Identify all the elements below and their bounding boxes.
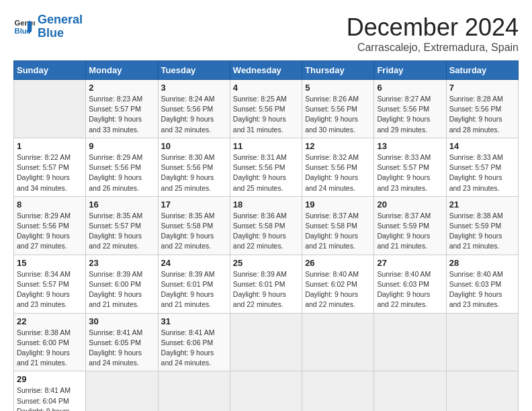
table-row: 9Sunrise: 8:29 AMSunset: 5:56 PMDaylight… xyxy=(86,138,158,196)
table-row: 3Sunrise: 8:24 AMSunset: 5:56 PMDaylight… xyxy=(158,80,230,138)
table-row: 8Sunrise: 8:29 AMSunset: 5:56 PMDaylight… xyxy=(14,196,86,255)
table-row: 5Sunrise: 8:26 AMSunset: 5:56 PMDaylight… xyxy=(302,80,374,138)
day-info: Sunrise: 8:39 AMSunset: 6:00 PMDaylight:… xyxy=(89,269,154,310)
day-number: 3 xyxy=(161,83,227,93)
day-info: Sunrise: 8:41 AMSunset: 6:04 PMDaylight:… xyxy=(17,385,83,411)
table-row: 22Sunrise: 8:38 AMSunset: 6:00 PMDayligh… xyxy=(14,313,86,371)
table-row: 10Sunrise: 8:30 AMSunset: 5:56 PMDayligh… xyxy=(158,138,230,196)
day-info: Sunrise: 8:35 AMSunset: 5:58 PMDaylight:… xyxy=(161,211,227,252)
day-number: 8 xyxy=(17,199,83,210)
table-row xyxy=(158,371,230,411)
table-row: 31Sunrise: 8:41 AMSunset: 6:06 PMDayligh… xyxy=(158,313,230,371)
day-info: Sunrise: 8:40 AMSunset: 6:03 PMDaylight:… xyxy=(377,269,443,310)
day-number: 22 xyxy=(17,316,83,326)
day-info: Sunrise: 8:41 AMSunset: 6:05 PMDaylight:… xyxy=(89,328,154,369)
day-number: 24 xyxy=(161,258,227,268)
logo-text: GeneralBlue xyxy=(38,13,83,40)
location-subtitle: Carrascalejo, Extremadura, Spain xyxy=(347,42,519,54)
header-friday: Friday xyxy=(374,61,446,80)
table-row: 26Sunrise: 8:40 AMSunset: 6:02 PMDayligh… xyxy=(302,255,374,313)
header-thursday: Thursday xyxy=(302,61,374,80)
day-info: Sunrise: 8:28 AMSunset: 5:56 PMDaylight:… xyxy=(449,94,515,135)
day-info: Sunrise: 8:26 AMSunset: 5:56 PMDaylight:… xyxy=(305,94,371,135)
day-info: Sunrise: 8:23 AMSunset: 5:57 PMDaylight:… xyxy=(89,94,154,135)
day-number: 17 xyxy=(161,199,227,210)
header-monday: Monday xyxy=(86,61,158,80)
day-number: 18 xyxy=(233,199,299,210)
table-row: 28Sunrise: 8:40 AMSunset: 6:03 PMDayligh… xyxy=(446,255,518,313)
table-row: 1Sunrise: 8:22 AMSunset: 5:57 PMDaylight… xyxy=(14,138,86,196)
svg-text:General: General xyxy=(15,19,35,27)
logo-icon: General Blue xyxy=(13,16,35,38)
table-row xyxy=(230,313,302,371)
table-row xyxy=(446,371,518,411)
day-info: Sunrise: 8:37 AMSunset: 5:59 PMDaylight:… xyxy=(377,211,443,252)
header-wednesday: Wednesday xyxy=(230,61,302,80)
header-saturday: Saturday xyxy=(446,61,518,80)
day-info: Sunrise: 8:25 AMSunset: 5:56 PMDaylight:… xyxy=(233,94,299,135)
day-number: 14 xyxy=(449,141,515,151)
day-info: Sunrise: 8:40 AMSunset: 6:02 PMDaylight:… xyxy=(305,269,371,310)
title-area: December 2024 Carrascalejo, Extremadura,… xyxy=(347,13,519,54)
day-number: 9 xyxy=(89,141,154,151)
day-info: Sunrise: 8:38 AMSunset: 5:59 PMDaylight:… xyxy=(449,211,515,252)
table-row: 20Sunrise: 8:37 AMSunset: 5:59 PMDayligh… xyxy=(374,196,446,255)
calendar-week-row: 1Sunrise: 8:22 AMSunset: 5:57 PMDaylight… xyxy=(14,138,519,196)
day-number: 28 xyxy=(449,258,515,268)
table-row: 30Sunrise: 8:41 AMSunset: 6:05 PMDayligh… xyxy=(86,313,158,371)
calendar-week-row: 2Sunrise: 8:23 AMSunset: 5:57 PMDaylight… xyxy=(14,80,519,138)
day-info: Sunrise: 8:38 AMSunset: 6:00 PMDaylight:… xyxy=(17,328,83,369)
day-info: Sunrise: 8:30 AMSunset: 5:56 PMDaylight:… xyxy=(161,152,227,193)
calendar-header-row: Sunday Monday Tuesday Wednesday Thursday… xyxy=(14,61,519,80)
day-number: 30 xyxy=(89,316,154,326)
day-info: Sunrise: 8:31 AMSunset: 5:56 PMDaylight:… xyxy=(233,152,299,193)
day-number: 19 xyxy=(305,199,371,210)
table-row xyxy=(374,371,446,411)
calendar-week-row: 8Sunrise: 8:29 AMSunset: 5:56 PMDaylight… xyxy=(14,196,519,255)
day-number: 4 xyxy=(233,83,299,93)
day-number: 16 xyxy=(89,199,154,210)
day-number: 13 xyxy=(377,141,443,151)
day-number: 31 xyxy=(161,316,227,326)
day-info: Sunrise: 8:39 AMSunset: 6:01 PMDaylight:… xyxy=(233,269,299,310)
day-number: 1 xyxy=(17,141,83,151)
day-number: 21 xyxy=(449,199,515,210)
day-info: Sunrise: 8:39 AMSunset: 6:01 PMDaylight:… xyxy=(161,269,227,310)
table-row: 15Sunrise: 8:34 AMSunset: 5:57 PMDayligh… xyxy=(14,255,86,313)
day-info: Sunrise: 8:41 AMSunset: 6:06 PMDaylight:… xyxy=(161,328,227,369)
table-row xyxy=(302,313,374,371)
day-number: 6 xyxy=(377,83,443,93)
day-info: Sunrise: 8:33 AMSunset: 5:57 PMDaylight:… xyxy=(377,152,443,193)
day-info: Sunrise: 8:29 AMSunset: 5:56 PMDaylight:… xyxy=(17,211,83,252)
table-row: 13Sunrise: 8:33 AMSunset: 5:57 PMDayligh… xyxy=(374,138,446,196)
day-number: 20 xyxy=(377,199,443,210)
day-number: 25 xyxy=(233,258,299,268)
table-row: 23Sunrise: 8:39 AMSunset: 6:00 PMDayligh… xyxy=(86,255,158,313)
table-row: 24Sunrise: 8:39 AMSunset: 6:01 PMDayligh… xyxy=(158,255,230,313)
table-row xyxy=(374,313,446,371)
day-number: 15 xyxy=(17,258,83,268)
table-row: 27Sunrise: 8:40 AMSunset: 6:03 PMDayligh… xyxy=(374,255,446,313)
calendar-table: Sunday Monday Tuesday Wednesday Thursday… xyxy=(13,60,519,411)
day-number: 5 xyxy=(305,83,371,93)
day-number: 27 xyxy=(377,258,443,268)
table-row xyxy=(230,371,302,411)
day-info: Sunrise: 8:29 AMSunset: 5:56 PMDaylight:… xyxy=(89,152,154,193)
day-info: Sunrise: 8:33 AMSunset: 5:57 PMDaylight:… xyxy=(449,152,515,193)
table-row: 29Sunrise: 8:41 AMSunset: 6:04 PMDayligh… xyxy=(14,371,86,411)
table-row: 19Sunrise: 8:37 AMSunset: 5:58 PMDayligh… xyxy=(302,196,374,255)
calendar-week-row: 15Sunrise: 8:34 AMSunset: 5:57 PMDayligh… xyxy=(14,255,519,313)
day-info: Sunrise: 8:22 AMSunset: 5:57 PMDaylight:… xyxy=(17,152,83,193)
table-row xyxy=(14,80,86,138)
header-tuesday: Tuesday xyxy=(158,61,230,80)
day-number: 2 xyxy=(89,83,154,93)
table-row: 17Sunrise: 8:35 AMSunset: 5:58 PMDayligh… xyxy=(158,196,230,255)
table-row: 21Sunrise: 8:38 AMSunset: 5:59 PMDayligh… xyxy=(446,196,518,255)
header-sunday: Sunday xyxy=(14,61,86,80)
day-info: Sunrise: 8:34 AMSunset: 5:57 PMDaylight:… xyxy=(17,269,83,310)
day-number: 10 xyxy=(161,141,227,151)
table-row: 25Sunrise: 8:39 AMSunset: 6:01 PMDayligh… xyxy=(230,255,302,313)
table-row: 16Sunrise: 8:35 AMSunset: 5:57 PMDayligh… xyxy=(86,196,158,255)
table-row: 2Sunrise: 8:23 AMSunset: 5:57 PMDaylight… xyxy=(86,80,158,138)
table-row xyxy=(446,313,518,371)
